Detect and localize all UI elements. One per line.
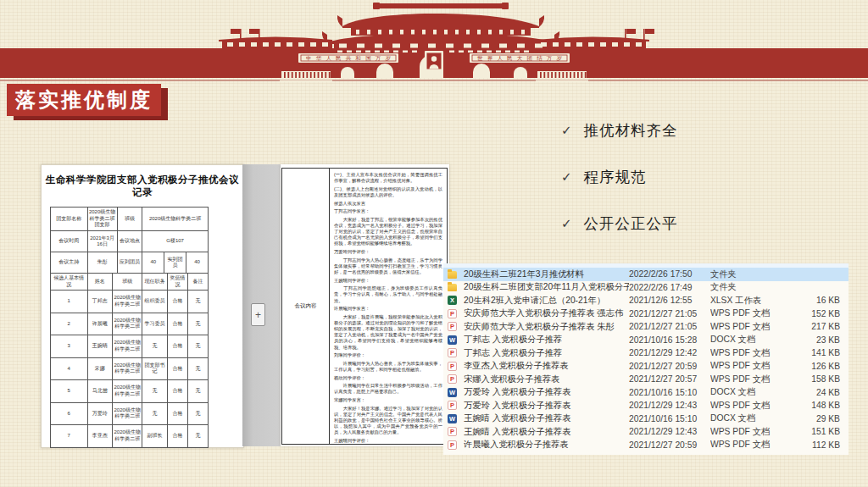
presentation-slide: 中华人民共和国万岁 世界人民大团结万岁 落实推优制度 ✓ 推优材料齐全 ✓ 程序… — [0, 0, 868, 487]
bullet-label: 推优材料齐全 — [584, 120, 678, 141]
file-date: 2022/2/26 17:50 — [629, 269, 710, 279]
file-name: 宋娜入党积极分子推荐表 — [464, 374, 629, 385]
content-paragraph: 许晨曦同学为人热心善良，乐于为班集体做实事，工作认真，学习刻苦，和同学相处也很融… — [334, 361, 442, 373]
plaque-right-text: 世界人民大团结万岁 — [477, 55, 562, 62]
content-paragraph: 丁邦志同学为人热心肠善，态度端正，乐于为同学集体做实事，经常帮助同学打扫教室卫生… — [334, 257, 442, 275]
file-size: 23 KB — [795, 335, 849, 345]
file-row[interactable]: 安庆师范大学入党积极分子推荐表 强志伟 2021/12/27 21:05 WPS… — [443, 307, 849, 321]
file-type: WPS PDF 文档 — [710, 374, 795, 385]
content-paragraph: 大家好！我是宋娜。通过学习，我加深了对党的认识，坚定了对共产主义的信念。中国共产… — [334, 406, 442, 436]
table-row: 3 王婉晴 2020级生物科学类二班 无 合格 无 — [51, 335, 208, 357]
file-type: DOCX 文档 — [710, 386, 795, 398]
file-date: 2021/12/27 21:05 — [629, 322, 710, 331]
check-icon: ✓ — [561, 169, 572, 185]
file-name: 万爱玲 入党积极分子推荐表 — [464, 400, 629, 412]
content-paragraph: 王婉晴同学评价： — [334, 438, 442, 444]
file-row[interactable]: 王婉晴 入党积极分子推荐表 2021/12/29 12:43 WPS PDF 文… — [443, 425, 849, 439]
file-date: 2021/12/27 21:05 — [629, 309, 710, 318]
file-size: 29 KB — [795, 414, 849, 423]
pdf-icon — [448, 322, 457, 331]
pdf-icon — [448, 348, 457, 357]
file-row[interactable]: 安庆师范大学入党积极分子推荐表 朱彤 2021/12/27 21:05 WPS … — [443, 320, 849, 334]
content-paragraph: 杨欣同学评价： — [334, 375, 442, 381]
docx-icon — [448, 335, 457, 345]
file-type: WPS PDF 文档 — [710, 321, 795, 333]
file-date: 2021/12/27 20:59 — [629, 440, 710, 450]
file-row[interactable]: 许晨曦入党积极分子推荐表 2021/12/27 20:59 WPS PDF 文档… — [443, 439, 849, 452]
file-size: 151 KB — [795, 427, 849, 436]
content-paragraph: 许晨曦同学发言： — [334, 306, 442, 312]
file-row[interactable]: 李亚杰入党积极分子推荐表 2021/12/27 20:59 WPS PDF 文档… — [443, 360, 849, 374]
file-type: WPS PDF 文档 — [710, 360, 795, 372]
file-type: WPS PDF 文档 — [710, 347, 795, 359]
bullet-list: ✓ 推优材料齐全 ✓ 程序规范 ✓ 公开公正公平 — [561, 120, 678, 260]
file-date: 2021/12/6 12:55 — [629, 296, 710, 305]
table-row: 5 马北苗 2020级生物科学类二班 无 合格 无 — [51, 379, 208, 402]
content-paragraph: (一)、主持人宣布本次推优会议开始，简要强调推优工作事宜，解释会议流程，介绍推优… — [334, 172, 442, 184]
file-row[interactable]: 万爱玲 入党积极分子推荐表 2021/12/29 12:43 WPS PDF 文… — [443, 399, 849, 412]
file-row[interactable]: 丁邦志 入党积极分子推荐 2021/12/29 12:42 WPS PDF 文档… — [443, 346, 849, 360]
file-date: 2021/10/16 15:28 — [629, 335, 710, 345]
file-type: WPS PDF 文档 — [710, 439, 795, 451]
pdf-icon — [448, 440, 457, 450]
file-row[interactable]: 丁邦志 入党积极分子推荐 2021/10/16 15:28 DOCX 文档 23… — [443, 334, 849, 347]
file-name: 王婉晴 入党积极分子推荐表 — [464, 412, 629, 424]
bullet-label: 公开公正公平 — [584, 213, 678, 234]
check-icon: ✓ — [561, 216, 572, 231]
table-row: 1 丁邦志 2020级生物科学类二班 组织委员 合格 无 — [51, 290, 208, 313]
file-date: 2021/12/29 12:42 — [629, 348, 710, 357]
file-size: 148 KB — [795, 401, 849, 410]
file-size: 152 KB — [795, 309, 849, 318]
file-size: 112 KB — [795, 440, 849, 450]
file-name: 20级生科二班团支部20年11月入党积极分子发... — [464, 281, 629, 293]
file-row[interactable]: 宋娜入党积极分子推荐表 2021/12/27 20:57 WPS PDF 文档 … — [443, 373, 849, 386]
file-name: 王婉晴 入党积极分子推荐表 — [464, 426, 629, 438]
file-size: 158 KB — [795, 374, 849, 384]
table-meta-row: 会议主持 朱彤 应到团员 40 实到团员 40 — [51, 252, 208, 273]
file-name: 丁邦志 入党积极分子推荐 — [464, 347, 629, 359]
file-type: XLSX 工作表 — [710, 295, 795, 307]
file-size: 126 KB — [795, 362, 849, 371]
zoom-in-button[interactable]: + — [251, 303, 265, 326]
file-date: 2021/12/27 20:59 — [629, 362, 710, 371]
file-date: 2021/12/29 12:43 — [629, 401, 710, 410]
file-row[interactable]: 万爱玲 入党积极分子推荐表 2021/10/16 15:10 DOCX 文档 2… — [443, 386, 849, 400]
table-meta-row: 团支部名称 2020级生物科学类二班团支部 班级 2020级生物科学类二班 — [51, 208, 208, 230]
slide-title: 落实推优制度 — [15, 86, 153, 113]
file-name: 万爱玲 入党积极分子推荐表 — [464, 386, 629, 398]
file-size: 217 KB — [795, 322, 849, 331]
file-row[interactable]: 王婉晴 入党积极分子推荐表 2021/10/16 15:10 DOCX 文档 2… — [443, 412, 849, 426]
file-row[interactable]: 20级生科二班21年3月推优材料 2022/2/26 17:50 文件夹 — [443, 268, 849, 281]
file-date: 2021/12/27 20:57 — [629, 374, 710, 384]
file-date: 2022/2/26 17:49 — [629, 283, 710, 292]
meeting-record-table: 团支部名称 2020级生物科学类二班团支部 班级 2020级生物科学类二班 会议… — [50, 207, 209, 448]
meeting-content-table: 会议内容 (一)、主持人宣布本次推优会议开始，简要强调推优工作事宜，解释会议流程… — [281, 168, 448, 445]
meeting-content-text: (一)、主持人宣布本次推优会议开始，简要强调推优工作事宜，解释会议流程，介绍推优… — [330, 169, 447, 444]
file-type: 文件夹 — [710, 281, 795, 293]
file-type: 文件夹 — [710, 268, 795, 280]
file-type: WPS PDF 文档 — [710, 426, 795, 438]
content-paragraph: 候选人依次发言 — [334, 201, 442, 207]
file-row[interactable]: 20生科2班入党申请汇总（20-21年） 2021/12/6 12:55 XLS… — [443, 294, 849, 307]
bullet-item: ✓ 公开公正公平 — [561, 213, 678, 234]
bullet-item: ✓ 程序规范 — [561, 167, 678, 187]
file-date: 2021/10/16 15:10 — [629, 414, 710, 423]
file-size: 24 KB — [795, 388, 849, 397]
table-row: 2 许晨曦 2020级生物科学类二班 学习委员 合格 无 — [51, 313, 208, 335]
document-page-left: 生命科学学院团支部入党积极分子推优会议记录 团支部名称 2020级生物科学类二班… — [41, 164, 244, 448]
pdf-icon — [448, 374, 457, 384]
file-row[interactable]: 20级生科二班团支部20年11月入党积极分子发... 2022/2/26 17:… — [443, 281, 849, 295]
pdf-icon — [448, 309, 457, 318]
folder-icon — [448, 271, 457, 279]
pdf-icon — [448, 362, 457, 371]
content-paragraph: 宋娜同学发言： — [334, 397, 442, 403]
tiananmen-illustration: 中华人民共和国万岁 世界人民大团结万岁 — [0, 0, 868, 86]
document-title: 生命科学学院团支部入党积极分子推优会议记录 — [42, 174, 243, 199]
file-name: 安庆师范大学入党积极分子推荐表 强志伟 — [464, 307, 629, 319]
content-paragraph: 万爱玲同学评价： — [334, 249, 442, 255]
file-name: 安庆师范大学入党积极分子推荐表 朱彤 — [464, 321, 629, 333]
content-paragraph: 大家好，我是丁邦志，很荣幸能够参加本次的推优会议，竞选成为一名入党积极分子。通过… — [334, 217, 442, 247]
docx-icon — [448, 414, 457, 423]
docx-icon — [448, 388, 457, 397]
file-type: WPS PDF 文档 — [710, 307, 795, 319]
